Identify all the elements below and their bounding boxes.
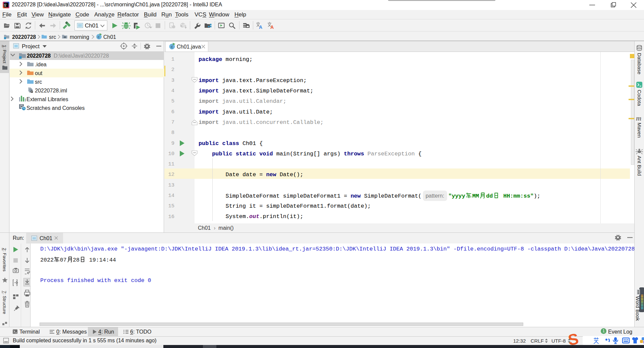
svg-text:Ch01: Ch01 [85,22,99,29]
svg-text:Ch01.java: Ch01.java [177,44,201,50]
svg-text:morning: morning [70,34,89,40]
svg-text:A: A [259,24,262,30]
svg-text:A: A [270,24,274,30]
svg-text:Ch01: Ch01 [103,34,116,40]
svg-text:c: c [171,45,173,50]
svg-text:IJ: IJ [4,3,6,6]
svg-text:m: m [636,114,641,122]
svg-text:20220728: 20220728 [12,34,36,40]
svg-text:c: c [98,35,100,39]
svg-text:Ch01: Ch01 [40,235,52,241]
svg-text:Project: Project [22,43,40,50]
svg-text:src: src [49,34,56,40]
